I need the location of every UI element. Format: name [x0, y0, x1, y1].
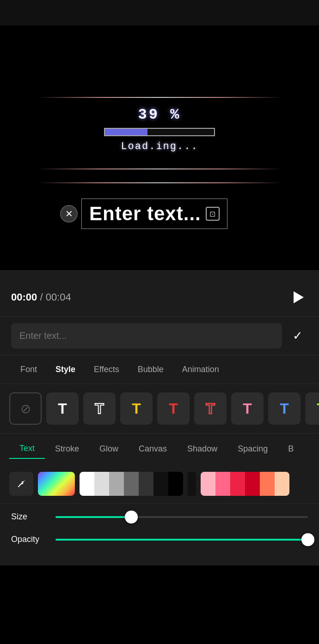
color-row [0, 464, 319, 503]
swatch-pink1[interactable] [201, 472, 215, 496]
timecode-separator: / [40, 291, 45, 303]
swatch-darkgray[interactable] [124, 472, 139, 496]
style-icon-red[interactable]: T [157, 392, 190, 425]
bottom-panel: 00:00 / 00:04 ✓ Font Style Effects Bubbl… [0, 270, 319, 566]
text-overlay-container: ✕ Enter text... ⊡ [60, 199, 227, 229]
style-t-pink: T [243, 400, 252, 417]
timecode-current: 00:00 [11, 291, 37, 303]
eyedropper-icon [16, 478, 27, 489]
tab-effects[interactable]: Effects [85, 357, 129, 382]
timecode-total: 00:04 [46, 291, 71, 303]
loading-percent: 39 % [138, 106, 181, 123]
top-bar [0, 0, 319, 25]
swatch-white[interactable] [80, 472, 94, 496]
gradient-swatch-group[interactable] [38, 472, 75, 496]
tab-animation[interactable]: Animation [173, 357, 228, 382]
close-icon: ✕ [65, 208, 73, 219]
sub-tabs-row: Text Stroke Glow Canvas Shadow Spacing B [0, 433, 319, 464]
tab-font[interactable]: Font [11, 357, 46, 382]
play-icon [294, 291, 304, 303]
size-label: Size [11, 512, 48, 522]
style-t-red: T [169, 400, 178, 417]
checkmark-icon: ✓ [293, 329, 303, 343]
no-style-icon: ⊘ [20, 401, 31, 416]
style-icon-pink[interactable]: T [231, 392, 264, 425]
style-icon-outlined-red[interactable]: T [194, 392, 227, 425]
tabs-row: Font Style Effects Bubble Animation [0, 355, 319, 384]
sub-tab-stroke[interactable]: Stroke [45, 439, 89, 458]
size-slider-thumb[interactable] [125, 511, 138, 524]
video-preview: 39 % Load.ing... ✕ Enter text... ⊡ [0, 25, 319, 270]
swatch-black[interactable] [168, 472, 183, 496]
swatch-red1[interactable] [230, 472, 245, 496]
tab-bubble[interactable]: Bubble [129, 357, 173, 382]
swatch-lightgray[interactable] [94, 472, 109, 496]
sub-tab-canvas[interactable]: Canvas [129, 439, 177, 458]
confirm-button[interactable]: ✓ [288, 326, 308, 346]
swatch-nearblack[interactable] [153, 472, 168, 496]
style-icon-lime[interactable]: T [305, 392, 319, 425]
style-t-outline: T [95, 400, 104, 417]
swatch-red2[interactable] [245, 472, 260, 496]
text-input[interactable] [11, 323, 282, 349]
slider-section: Size Opacity [0, 503, 319, 566]
swatch-verydark[interactable] [139, 472, 153, 496]
pink-swatch-group[interactable] [201, 472, 289, 496]
text-input-row: ✓ [0, 316, 319, 355]
scanline-top [37, 97, 282, 98]
close-overlay-button[interactable]: ✕ [60, 205, 78, 223]
swatch-gray[interactable] [109, 472, 124, 496]
sub-tab-shadow[interactable]: Shadow [177, 439, 227, 458]
size-slider-track[interactable] [55, 516, 308, 518]
text-overlay-content: Enter text... [89, 203, 201, 225]
swatch-peach[interactable] [275, 472, 289, 496]
scanline-mid1 [37, 169, 282, 169]
timecode: 00:00 / 00:04 [11, 291, 71, 303]
swatch-salmon[interactable] [260, 472, 275, 496]
style-icon-white[interactable]: T [46, 392, 79, 425]
opacity-slider-row: Opacity [11, 535, 308, 544]
size-slider-row: Size [11, 512, 308, 522]
sub-tab-b[interactable]: B [278, 439, 304, 458]
tab-style[interactable]: Style [46, 357, 85, 382]
style-icon-outline[interactable]: T [83, 392, 116, 425]
style-icon-blue[interactable]: T [268, 392, 301, 425]
style-t-blue: T [280, 400, 289, 417]
timeline-area: 00:00 / 00:04 [0, 270, 319, 316]
text-overlay-box[interactable]: Enter text... ⊡ [81, 199, 227, 229]
progress-bar-fill [105, 129, 147, 135]
resize-handle[interactable]: ⊡ [206, 207, 220, 221]
swatch-pink2[interactable] [215, 472, 230, 496]
style-t-yellow: T [132, 400, 141, 417]
play-button[interactable] [288, 287, 308, 307]
sub-tab-spacing[interactable]: Spacing [227, 439, 278, 458]
sub-tab-glow[interactable]: Glow [89, 439, 129, 458]
loading-text: Load.ing... [121, 141, 198, 152]
color-spacer [188, 472, 196, 496]
size-slider-fill [55, 516, 131, 518]
opacity-label: Opacity [11, 535, 48, 544]
style-t-outlined-red: T [206, 400, 215, 417]
style-icon-yellow[interactable]: T [120, 392, 153, 425]
sub-tab-text[interactable]: Text [9, 439, 45, 459]
opacity-slider-fill [55, 539, 308, 541]
style-t-white: T [58, 400, 67, 417]
loading-container: 39 % Load.ing... [104, 106, 215, 152]
eyedropper-button[interactable] [9, 472, 33, 496]
resize-icon: ⊡ [209, 210, 215, 218]
opacity-slider-thumb[interactable] [301, 533, 314, 546]
style-icons-row: ⊘ T T T T T T T T [0, 384, 319, 433]
progress-bar [104, 128, 215, 136]
style-icon-none[interactable]: ⊘ [9, 392, 42, 425]
opacity-slider-track[interactable] [55, 539, 308, 541]
style-t-lime: T [317, 400, 319, 417]
gray-swatch-group[interactable] [80, 472, 183, 496]
scanline-mid2 [37, 182, 282, 183]
